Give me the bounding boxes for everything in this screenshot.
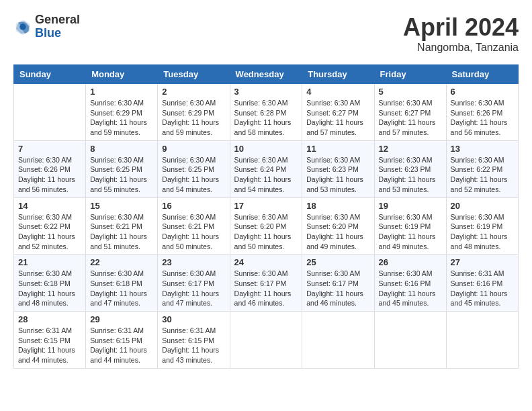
day-number: 28 — [18, 314, 81, 324]
day-info: Sunrise: 6:30 AMSunset: 6:28 PMDaylight:… — [234, 98, 298, 138]
calendar-week-row: 7 Sunrise: 6:30 AMSunset: 6:26 PMDayligh… — [14, 140, 519, 197]
calendar-header-saturday: Saturday — [446, 65, 518, 84]
day-info: Sunrise: 6:30 AMSunset: 6:20 PMDaylight:… — [234, 212, 298, 252]
calendar-week-row: 1 Sunrise: 6:30 AMSunset: 6:29 PMDayligh… — [14, 84, 519, 141]
calendar-cell: 2 Sunrise: 6:30 AMSunset: 6:29 PMDayligh… — [158, 84, 230, 141]
day-number: 18 — [306, 201, 369, 211]
calendar-cell: 19 Sunrise: 6:30 AMSunset: 6:19 PMDaylig… — [374, 197, 446, 255]
calendar-cell: 7 Sunrise: 6:30 AMSunset: 6:26 PMDayligh… — [14, 140, 86, 197]
day-number: 26 — [379, 257, 442, 267]
calendar-cell: 11 Sunrise: 6:30 AMSunset: 6:23 PMDaylig… — [302, 140, 374, 197]
logo-blue-text: Blue — [35, 27, 80, 40]
day-number: 30 — [162, 314, 225, 324]
day-number: 3 — [234, 87, 298, 97]
day-info: Sunrise: 6:31 AMSunset: 6:15 PMDaylight:… — [90, 326, 153, 365]
location-title: Nangomba, Tanzania — [403, 42, 519, 54]
calendar-cell: 8 Sunrise: 6:30 AMSunset: 6:25 PMDayligh… — [86, 140, 158, 197]
day-number: 6 — [451, 87, 514, 97]
day-number: 19 — [379, 201, 442, 211]
calendar-cell: 21 Sunrise: 6:30 AMSunset: 6:18 PMDaylig… — [14, 255, 86, 312]
day-info: Sunrise: 6:30 AMSunset: 6:21 PMDaylight:… — [162, 212, 225, 252]
day-info: Sunrise: 6:31 AMSunset: 6:15 PMDaylight:… — [18, 326, 81, 365]
day-number: 29 — [90, 314, 153, 324]
calendar-cell: 20 Sunrise: 6:30 AMSunset: 6:19 PMDaylig… — [446, 197, 518, 255]
calendar-cell: 4 Sunrise: 6:30 AMSunset: 6:27 PMDayligh… — [302, 84, 374, 141]
day-info: Sunrise: 6:30 AMSunset: 6:16 PMDaylight:… — [379, 269, 442, 308]
calendar-cell: 22 Sunrise: 6:30 AMSunset: 6:18 PMDaylig… — [86, 255, 158, 312]
day-number: 12 — [379, 144, 442, 154]
calendar-cell: 26 Sunrise: 6:30 AMSunset: 6:16 PMDaylig… — [374, 255, 446, 312]
day-number: 15 — [90, 201, 153, 211]
logo-icon — [13, 17, 32, 36]
day-info: Sunrise: 6:30 AMSunset: 6:18 PMDaylight:… — [90, 269, 153, 308]
day-info: Sunrise: 6:30 AMSunset: 6:19 PMDaylight:… — [451, 212, 514, 252]
day-number: 7 — [18, 144, 81, 154]
calendar-week-row: 14 Sunrise: 6:30 AMSunset: 6:22 PMDaylig… — [14, 197, 519, 255]
calendar-cell: 30 Sunrise: 6:31 AMSunset: 6:15 PMDaylig… — [158, 312, 230, 369]
calendar-header-wednesday: Wednesday — [230, 65, 302, 84]
day-info: Sunrise: 6:30 AMSunset: 6:17 PMDaylight:… — [306, 269, 369, 308]
calendar-cell — [446, 312, 518, 369]
calendar-cell: 14 Sunrise: 6:30 AMSunset: 6:22 PMDaylig… — [14, 197, 86, 255]
day-info: Sunrise: 6:30 AMSunset: 6:23 PMDaylight:… — [306, 155, 369, 195]
logo-text: General Blue — [35, 13, 80, 40]
day-number: 17 — [234, 201, 298, 211]
day-number: 4 — [306, 87, 369, 97]
calendar-cell: 3 Sunrise: 6:30 AMSunset: 6:28 PMDayligh… — [230, 84, 302, 141]
day-number: 16 — [162, 201, 225, 211]
calendar-cell: 16 Sunrise: 6:30 AMSunset: 6:21 PMDaylig… — [158, 197, 230, 255]
day-info: Sunrise: 6:30 AMSunset: 6:20 PMDaylight:… — [306, 212, 369, 252]
day-number: 1 — [90, 87, 153, 97]
day-info: Sunrise: 6:30 AMSunset: 6:26 PMDaylight:… — [18, 155, 81, 195]
calendar-cell — [302, 312, 374, 369]
day-number: 22 — [90, 257, 153, 267]
day-info: Sunrise: 6:30 AMSunset: 6:22 PMDaylight:… — [451, 155, 514, 195]
calendar-cell: 18 Sunrise: 6:30 AMSunset: 6:20 PMDaylig… — [302, 197, 374, 255]
calendar-cell: 24 Sunrise: 6:30 AMSunset: 6:17 PMDaylig… — [230, 255, 302, 312]
calendar-header-sunday: Sunday — [14, 65, 86, 84]
day-number: 14 — [18, 201, 81, 211]
calendar-week-row: 21 Sunrise: 6:30 AMSunset: 6:18 PMDaylig… — [14, 255, 519, 312]
calendar-cell: 5 Sunrise: 6:30 AMSunset: 6:27 PMDayligh… — [374, 84, 446, 141]
calendar-header-monday: Monday — [86, 65, 158, 84]
calendar-cell — [374, 312, 446, 369]
calendar-cell: 15 Sunrise: 6:30 AMSunset: 6:21 PMDaylig… — [86, 197, 158, 255]
calendar-cell: 13 Sunrise: 6:30 AMSunset: 6:22 PMDaylig… — [446, 140, 518, 197]
calendar-cell: 9 Sunrise: 6:30 AMSunset: 6:25 PMDayligh… — [158, 140, 230, 197]
calendar-header-row: SundayMondayTuesdayWednesdayThursdayFrid… — [14, 65, 519, 84]
day-number: 9 — [162, 144, 225, 154]
calendar-cell: 1 Sunrise: 6:30 AMSunset: 6:29 PMDayligh… — [86, 84, 158, 141]
day-number: 2 — [162, 87, 225, 97]
calendar-header-tuesday: Tuesday — [158, 65, 230, 84]
calendar-cell: 6 Sunrise: 6:30 AMSunset: 6:26 PMDayligh… — [446, 84, 518, 141]
day-number: 11 — [306, 144, 369, 154]
day-info: Sunrise: 6:31 AMSunset: 6:15 PMDaylight:… — [162, 326, 225, 365]
day-number: 13 — [451, 144, 514, 154]
day-info: Sunrise: 6:30 AMSunset: 6:17 PMDaylight:… — [162, 269, 225, 308]
calendar-cell: 25 Sunrise: 6:30 AMSunset: 6:17 PMDaylig… — [302, 255, 374, 312]
calendar-week-row: 28 Sunrise: 6:31 AMSunset: 6:15 PMDaylig… — [14, 312, 519, 369]
day-info: Sunrise: 6:30 AMSunset: 6:29 PMDaylight:… — [162, 98, 225, 138]
day-info: Sunrise: 6:31 AMSunset: 6:16 PMDaylight:… — [451, 269, 514, 308]
day-number: 8 — [90, 144, 153, 154]
day-info: Sunrise: 6:30 AMSunset: 6:22 PMDaylight:… — [18, 212, 81, 252]
calendar-cell: 12 Sunrise: 6:30 AMSunset: 6:23 PMDaylig… — [374, 140, 446, 197]
day-number: 23 — [162, 257, 225, 267]
day-info: Sunrise: 6:30 AMSunset: 6:27 PMDaylight:… — [379, 98, 442, 138]
day-info: Sunrise: 6:30 AMSunset: 6:24 PMDaylight:… — [234, 155, 298, 195]
day-info: Sunrise: 6:30 AMSunset: 6:23 PMDaylight:… — [379, 155, 442, 195]
day-info: Sunrise: 6:30 AMSunset: 6:25 PMDaylight:… — [162, 155, 225, 195]
day-info: Sunrise: 6:30 AMSunset: 6:26 PMDaylight:… — [451, 98, 514, 138]
logo-general-text: General — [35, 13, 80, 27]
day-info: Sunrise: 6:30 AMSunset: 6:25 PMDaylight:… — [90, 155, 153, 195]
day-number: 5 — [379, 87, 442, 97]
header: General Blue April 2024 Nangomba, Tanzan… — [13, 13, 519, 54]
month-title: April 2024 — [403, 13, 519, 42]
day-info: Sunrise: 6:30 AMSunset: 6:19 PMDaylight:… — [379, 212, 442, 252]
day-number: 21 — [18, 257, 81, 267]
day-info: Sunrise: 6:30 AMSunset: 6:29 PMDaylight:… — [90, 98, 153, 138]
day-info: Sunrise: 6:30 AMSunset: 6:17 PMDaylight:… — [234, 269, 298, 308]
day-number: 27 — [451, 257, 514, 267]
calendar-cell: 28 Sunrise: 6:31 AMSunset: 6:15 PMDaylig… — [14, 312, 86, 369]
calendar-cell: 10 Sunrise: 6:30 AMSunset: 6:24 PMDaylig… — [230, 140, 302, 197]
